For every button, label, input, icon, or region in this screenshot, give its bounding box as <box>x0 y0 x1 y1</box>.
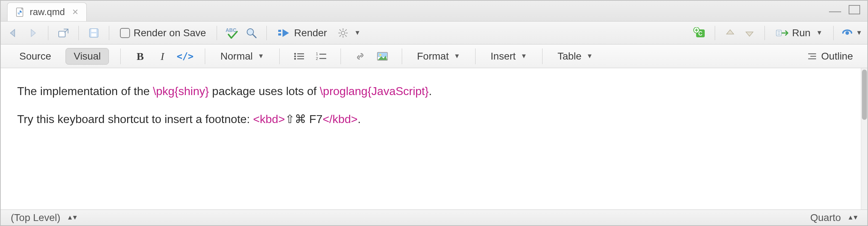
render-button[interactable]: Render <box>274 25 331 41</box>
separator <box>120 48 121 64</box>
nav-back-icon[interactable] <box>6 25 21 41</box>
separator <box>279 48 280 64</box>
save-icon[interactable] <box>86 25 102 41</box>
html-tag: <kbd> <box>253 113 285 126</box>
text: Try this keyboard shortcut to insert a f… <box>17 113 253 126</box>
tab-filename: raw.qmd <box>30 6 65 18</box>
document-body[interactable]: The implementation of the \pkg{shiny} pa… <box>1 68 861 209</box>
svg-line-18 <box>345 29 347 31</box>
svg-point-11 <box>341 31 345 35</box>
render-on-save-toggle[interactable]: Render on Save <box>116 25 209 41</box>
run-icon <box>776 28 789 38</box>
image-icon[interactable] <box>375 48 390 64</box>
insert-chunk-icon[interactable]: C <box>692 25 708 41</box>
text: The implementation of the <box>17 85 153 98</box>
popout-icon[interactable] <box>56 25 71 41</box>
paragraph-style-label: Normal <box>220 51 252 62</box>
svg-rect-9 <box>278 30 281 32</box>
chevron-down-icon: ▼ <box>258 52 264 60</box>
kbd-keys: ⇧⌘ F7 <box>285 113 323 126</box>
code-button[interactable]: </> <box>177 48 193 64</box>
scope-label: (Top Level) <box>11 212 61 223</box>
visual-mode-button[interactable]: Visual <box>66 48 109 65</box>
editor-window: raw.qmd ✕ Render on Save ABC <box>0 0 868 226</box>
chevron-down-icon: ▼ <box>454 52 460 60</box>
go-next-chunk-icon[interactable] <box>742 25 757 41</box>
numbered-list-icon[interactable]: 12 <box>313 48 329 64</box>
separator <box>542 48 542 64</box>
nav-forward-icon[interactable] <box>25 25 41 41</box>
italic-button[interactable]: I <box>154 48 170 64</box>
go-prev-chunk-icon[interactable] <box>722 25 738 41</box>
render-label: Render <box>294 27 327 39</box>
file-tab[interactable]: raw.qmd ✕ <box>7 3 87 21</box>
checkbox-icon <box>120 28 130 38</box>
window-controls <box>827 2 862 18</box>
insert-menu[interactable]: Insert ▼ <box>487 51 531 62</box>
chevron-down-icon: ▼ <box>856 29 862 37</box>
svg-rect-10 <box>278 33 281 36</box>
format-menu[interactable]: Format ▼ <box>414 51 464 62</box>
bold-button[interactable]: B <box>132 48 148 64</box>
html-tag: </kbd> <box>323 113 358 126</box>
find-icon[interactable] <box>243 25 259 41</box>
outline-label: Outline <box>821 51 853 62</box>
svg-text:2: 2 <box>316 56 318 61</box>
format-toolbar: Source Visual B I </> Normal ▼ 12 Format… <box>1 44 867 68</box>
separator <box>765 26 765 40</box>
minimize-pane-icon[interactable] <box>827 2 843 18</box>
svg-rect-2 <box>59 31 65 37</box>
status-bar: (Top Level) ▲▼ Quarto ▲▼ <box>1 209 867 225</box>
scrollbar-thumb[interactable] <box>862 70 867 120</box>
chevron-down-icon: ▼ <box>816 29 823 37</box>
svg-rect-4 <box>91 29 96 32</box>
stepper-icon: ▲▼ <box>847 214 857 221</box>
text: . <box>358 113 361 126</box>
paragraph[interactable]: The implementation of the \pkg{shiny} pa… <box>17 83 844 100</box>
svg-point-42 <box>379 54 381 56</box>
text: . <box>429 85 432 98</box>
scrollbar[interactable] <box>861 68 867 209</box>
paragraph-style-menu[interactable]: Normal ▼ <box>217 51 267 62</box>
separator <box>341 48 341 64</box>
run-menu[interactable]: Run ▼ <box>772 25 826 41</box>
bullet-list-icon[interactable] <box>291 48 307 64</box>
outline-icon <box>807 52 818 61</box>
gear-icon <box>338 28 348 38</box>
svg-point-30 <box>294 53 296 55</box>
separator <box>266 26 267 40</box>
outline-toggle[interactable]: Outline <box>803 48 857 64</box>
separator <box>78 26 79 40</box>
separator <box>109 26 109 40</box>
link-icon[interactable] <box>352 48 368 64</box>
format-label: Format <box>417 51 449 62</box>
tab-bar: raw.qmd ✕ <box>1 1 867 22</box>
maximize-pane-icon[interactable] <box>847 2 862 18</box>
source-mode-button[interactable]: Source <box>11 48 59 64</box>
run-label: Run <box>792 27 810 39</box>
tab-close-icon[interactable]: ✕ <box>72 8 78 17</box>
svg-text:1: 1 <box>316 52 318 56</box>
main-toolbar: Render on Save ABC Render ▼ C <box>1 22 867 44</box>
settings-menu[interactable]: ▼ <box>334 25 364 41</box>
svg-point-31 <box>294 55 296 57</box>
paragraph[interactable]: Try this keyboard shortcut to insert a f… <box>17 110 844 128</box>
svg-text:ABC: ABC <box>226 27 236 33</box>
svg-point-32 <box>294 58 296 60</box>
engine-selector[interactable]: Quarto ▲▼ <box>807 210 861 226</box>
scope-selector[interactable]: (Top Level) ▲▼ <box>7 210 80 226</box>
publish-icon[interactable]: ▼ <box>841 25 862 41</box>
separator <box>475 48 476 64</box>
separator <box>48 26 48 40</box>
chevron-down-icon: ▼ <box>354 29 361 37</box>
svg-line-16 <box>339 29 341 31</box>
table-menu[interactable]: Table ▼ <box>554 51 597 62</box>
render-on-save-label: Render on Save <box>134 27 206 39</box>
svg-line-19 <box>339 35 341 37</box>
render-icon <box>278 28 290 38</box>
spellcheck-icon[interactable]: ABC <box>224 25 240 41</box>
svg-line-17 <box>345 35 347 37</box>
quarto-file-icon <box>15 7 25 17</box>
separator <box>715 26 715 40</box>
svg-line-8 <box>253 34 256 38</box>
